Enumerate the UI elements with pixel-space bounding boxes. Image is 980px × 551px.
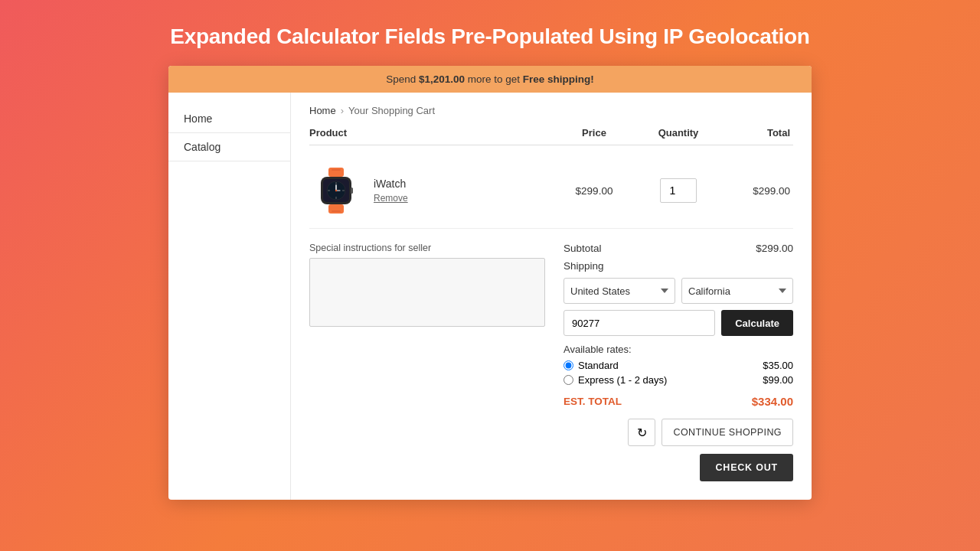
rate-standard-radio[interactable] (564, 360, 573, 370)
action-buttons: ↻ CONTINUE SHOPPING (564, 419, 793, 446)
product-cell: iWatch Remove (309, 164, 556, 217)
continue-shopping-button[interactable]: CONTINUE SHOPPING (662, 419, 793, 446)
table-row: iWatch Remove $299.00 $299.00 (309, 153, 793, 229)
subtotal-row: Subtotal $299.00 (564, 243, 793, 254)
promo-text: Spend (386, 73, 419, 85)
checkout-row: CHECK OUT (564, 454, 793, 481)
summary-col: Subtotal $299.00 Shipping United States … (564, 243, 793, 481)
country-select[interactable]: United States (564, 278, 675, 304)
breadcrumb-separator: › (341, 105, 344, 116)
rate-express-radio[interactable] (564, 375, 573, 385)
svg-rect-0 (328, 168, 344, 177)
shipping-dropdowns: United States California (564, 278, 793, 304)
est-total-label: EST. TOTAL (564, 396, 622, 407)
bottom-section: Special instructions for seller Subtotal… (309, 243, 793, 481)
zip-row: Calculate (564, 310, 793, 336)
checkout-button[interactable]: CHECK OUT (700, 454, 793, 481)
rate-express-label: Express (1 - 2 days) (578, 374, 667, 386)
breadcrumb: Home › Your Shopping Cart (309, 105, 793, 116)
quantity-input[interactable] (660, 178, 697, 203)
svg-rect-1 (328, 204, 344, 214)
rate-standard-label: Standard (578, 360, 619, 371)
breadcrumb-current: Your Shopping Cart (348, 105, 435, 116)
est-total-row: EST. TOTAL $334.00 (564, 395, 793, 408)
state-select[interactable]: California (681, 278, 793, 304)
total-cell: $299.00 (724, 185, 793, 197)
subtotal-label: Subtotal (564, 243, 602, 254)
refresh-button[interactable]: ↻ (628, 419, 655, 446)
quantity-cell (632, 178, 724, 203)
header-quantity: Quantity (632, 127, 724, 139)
svg-point-11 (335, 190, 337, 191)
promo-amount: $1,201.00 (419, 73, 465, 85)
promo-suffix: more to get (465, 73, 523, 85)
instructions-col: Special instructions for seller (309, 243, 545, 481)
svg-rect-14 (332, 210, 341, 212)
product-name: iWatch (374, 178, 408, 190)
remove-button[interactable]: Remove (374, 193, 408, 204)
main-content: Home › Your Shopping Cart Product Price … (291, 93, 812, 500)
promo-highlight: Free shipping! (523, 73, 594, 85)
subtotal-value: $299.00 (756, 243, 793, 254)
sidebar-item-catalog[interactable]: Catalog (168, 133, 290, 161)
price-cell: $299.00 (556, 185, 632, 197)
shop-container: Spend $1,201.00 more to get Free shippin… (168, 66, 812, 500)
instructions-textarea[interactable] (309, 258, 545, 327)
calculate-button[interactable]: Calculate (721, 310, 793, 336)
header-total: Total (724, 127, 793, 139)
promo-bar: Spend $1,201.00 more to get Free shippin… (168, 66, 812, 93)
sidebar: Home Catalog (168, 93, 291, 500)
svg-rect-12 (351, 187, 353, 194)
zip-input[interactable] (564, 310, 715, 336)
shipping-section: Shipping United States California Calcul (564, 260, 793, 386)
header-price: Price (556, 127, 632, 139)
header-product: Product (309, 127, 556, 139)
product-info: iWatch Remove (374, 178, 408, 204)
svg-rect-13 (332, 169, 341, 171)
rate-standard-price: $35.00 (763, 360, 793, 371)
page-title: Expanded Calculator Fields Pre-Populated… (170, 24, 809, 49)
instructions-label: Special instructions for seller (309, 243, 545, 253)
breadcrumb-home-link[interactable]: Home (309, 105, 336, 116)
est-total-value: $334.00 (752, 395, 793, 408)
shop-body: Home Catalog Home › Your Shopping Cart P… (168, 93, 812, 500)
available-rates-label: Available rates: (564, 344, 793, 355)
iwatch-icon (312, 166, 361, 215)
rate-option-express: Express (1 - 2 days) $99.00 (564, 374, 793, 386)
sidebar-item-home[interactable]: Home (168, 105, 290, 133)
rate-express-price: $99.00 (763, 374, 793, 386)
shipping-label: Shipping (564, 260, 793, 272)
cart-table-header: Product Price Quantity Total (309, 127, 793, 145)
product-image (309, 164, 363, 217)
rate-option-standard: Standard $35.00 (564, 360, 793, 371)
